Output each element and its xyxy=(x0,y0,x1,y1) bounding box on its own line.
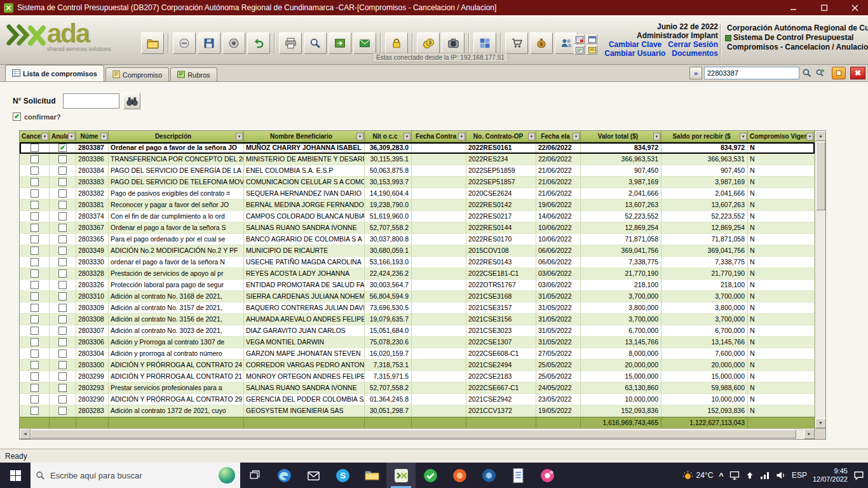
confirmar-checkbox[interactable]: ✔ xyxy=(13,112,21,121)
edge-taskbar-button[interactable] xyxy=(269,463,299,488)
disable-button[interactable] xyxy=(173,32,196,54)
table-row[interactable]: 2803382Pago de pasivos exigibles del con… xyxy=(20,188,815,200)
quick-search-input[interactable] xyxy=(704,67,799,79)
table-row[interactable]: 2803365Para el pago ordenado y por el cu… xyxy=(20,234,815,245)
action-center-icon[interactable] xyxy=(853,470,864,480)
monitor-icon[interactable] xyxy=(729,471,740,480)
network-icon[interactable] xyxy=(760,471,770,480)
print-button[interactable] xyxy=(279,32,302,54)
table-row[interactable]: 2803299ADICIÓN Y PRÓRROGA AL CONTRATO 21… xyxy=(20,371,815,383)
cancelar-checkbox[interactable] xyxy=(31,292,39,301)
undo-button[interactable] xyxy=(247,32,270,54)
cancelar-checkbox[interactable] xyxy=(31,189,39,198)
column-filter-button[interactable]: ▼ xyxy=(236,133,243,140)
view-header-button[interactable] xyxy=(587,34,597,44)
anular-checkbox[interactable] xyxy=(58,269,67,278)
table-row[interactable]: 2803383PAGO DEL SERVICIO DE TELEFONIA MO… xyxy=(20,177,815,188)
zoom-button[interactable] xyxy=(304,32,327,54)
task-view-button[interactable] xyxy=(240,463,269,488)
scroll-down-button[interactable]: ▼ xyxy=(815,418,826,428)
column-filter-button[interactable]: ▼ xyxy=(68,133,75,140)
anular-checkbox[interactable] xyxy=(58,201,67,209)
anular-checkbox[interactable] xyxy=(58,235,67,243)
cancelar-checkbox[interactable] xyxy=(31,224,39,232)
close-button[interactable] xyxy=(841,0,868,15)
lock-button[interactable] xyxy=(385,32,408,54)
horizontal-scrollbar[interactable]: ◄ ► xyxy=(20,428,825,439)
column-filter-button[interactable]: ▼ xyxy=(528,133,535,140)
new-folder-button[interactable] xyxy=(141,32,164,54)
scroll-left-button[interactable]: ◄ xyxy=(20,429,31,439)
table-row[interactable]: 2803330ordenar el pago a favor de la señ… xyxy=(20,257,815,268)
camera-button[interactable] xyxy=(442,32,465,54)
anular-checkbox[interactable] xyxy=(58,224,67,232)
anular-checkbox[interactable] xyxy=(58,338,67,346)
scroll-right-button[interactable]: ► xyxy=(804,429,815,439)
table-row[interactable]: 2803349ADICIÓN No.2 MODIFICACIÓN No.2 Y … xyxy=(20,245,815,257)
skype-taskbar-button[interactable]: S xyxy=(328,463,357,488)
search-icon[interactable] xyxy=(801,67,813,79)
volume-icon[interactable] xyxy=(776,471,786,480)
cancelar-checkbox[interactable] xyxy=(31,361,39,369)
search-edit-icon[interactable] xyxy=(815,67,826,79)
moneybag-button[interactable]: $ xyxy=(530,32,553,54)
explorer-taskbar-button[interactable] xyxy=(357,463,386,488)
coins-button[interactable]: $ xyxy=(417,32,440,54)
table-row[interactable]: 2803328Prestación de servicios de apoyo … xyxy=(20,268,815,280)
quick-nav-button[interactable]: » xyxy=(689,67,702,79)
cancelar-checkbox[interactable] xyxy=(31,258,39,266)
cancelar-checkbox[interactable] xyxy=(31,407,39,415)
vertical-scrollbar[interactable]: ▲ ▼ xyxy=(815,131,825,428)
anular-checkbox[interactable] xyxy=(58,292,67,301)
anular-checkbox[interactable] xyxy=(58,361,67,369)
media-app-taskbar-button[interactable] xyxy=(532,463,562,488)
cancelar-checkbox[interactable] xyxy=(31,281,39,289)
weather-widget[interactable]: 24°C xyxy=(682,470,714,481)
scroll-up-button[interactable]: ▲ xyxy=(815,131,826,141)
tab-lista-de-compromisos[interactable]: Lista de compromisos xyxy=(5,65,104,81)
blue-app-taskbar-button[interactable] xyxy=(474,463,503,488)
record-button[interactable] xyxy=(222,32,245,54)
anular-checkbox[interactable] xyxy=(58,155,67,163)
close-view-button[interactable]: ✖ xyxy=(850,67,865,79)
cancelar-checkbox[interactable] xyxy=(31,269,39,278)
column-filter-button[interactable]: ▼ xyxy=(356,133,363,140)
hidden-icons-caret[interactable]: ^ xyxy=(719,471,724,480)
table-row[interactable]: 2803293Prestar servicios profesionales p… xyxy=(20,383,815,394)
table-row[interactable]: 2803308Adición al contrato No. 3156 de 2… xyxy=(20,314,815,325)
mail-taskbar-button[interactable] xyxy=(299,463,328,488)
anular-checkbox[interactable] xyxy=(58,395,67,403)
cancelar-checkbox[interactable] xyxy=(31,327,39,335)
cancelar-checkbox[interactable] xyxy=(31,166,39,175)
column-filter-button[interactable]: ▼ xyxy=(806,133,813,140)
anular-checkbox[interactable] xyxy=(58,166,67,175)
cancelar-checkbox[interactable] xyxy=(31,395,39,403)
tab-rubros[interactable]: Rubros xyxy=(170,67,217,81)
cancelar-checkbox[interactable] xyxy=(31,372,39,381)
table-row[interactable]: ✔2803387Ordenar el pago a favor de la se… xyxy=(20,142,815,154)
export-button[interactable] xyxy=(329,32,351,54)
table-row[interactable]: 2803310Adición al contrato No. 3168 de 2… xyxy=(20,291,815,302)
column-filter-button[interactable]: ▼ xyxy=(653,133,660,140)
modules-button[interactable] xyxy=(473,32,496,54)
start-button[interactable] xyxy=(0,463,31,488)
table-row[interactable]: 2803304Adición y prorroga al contrato nú… xyxy=(20,348,815,360)
change-password-link[interactable]: Cambiar Clave xyxy=(609,40,661,49)
solicitud-input[interactable] xyxy=(63,93,119,109)
table-row[interactable]: 2803306Adición y Prorroga al contrato 13… xyxy=(20,337,815,348)
documents-link[interactable]: Documentos xyxy=(672,49,718,58)
cancelar-checkbox[interactable] xyxy=(31,315,39,323)
table-row[interactable]: 2803374Con el fin de dar cumplimiento a … xyxy=(20,211,815,222)
ada-app-taskbar-button[interactable] xyxy=(386,463,416,488)
change-user-link[interactable]: Cambiar Usuario xyxy=(604,49,665,58)
table-row[interactable]: 2803367Ordenar el pago a favor de la señ… xyxy=(20,222,815,234)
anular-checkbox[interactable] xyxy=(58,407,67,415)
view-sheet-button[interactable] xyxy=(587,45,597,55)
anular-checkbox[interactable] xyxy=(58,258,67,266)
cancelar-checkbox[interactable] xyxy=(31,178,39,186)
table-row[interactable]: 2803384PAGO DEL SERVICIO DE ENERGÍA DE L… xyxy=(20,165,815,177)
anular-checkbox[interactable] xyxy=(58,281,67,289)
cancelar-checkbox[interactable] xyxy=(31,155,39,163)
anular-checkbox[interactable] xyxy=(58,372,67,381)
anular-checkbox[interactable] xyxy=(58,349,67,358)
